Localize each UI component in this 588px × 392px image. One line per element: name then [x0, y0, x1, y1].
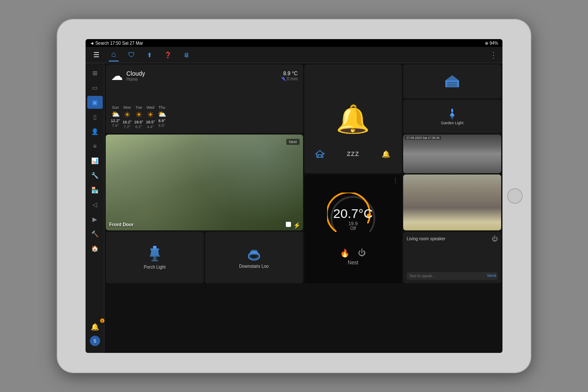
day-name-tue: Tue: [135, 105, 142, 110]
alarm-tile[interactable]: 🔔: [370, 135, 402, 173]
svg-rect-11: [153, 257, 156, 260]
day-high-wed: 18.5°: [146, 120, 155, 124]
weather-day-sun: Sun ⛅ 12.2° 7.6°: [111, 105, 120, 129]
day-low-mon: 7.2°: [124, 125, 131, 129]
weather-day-mon: Mon ☀ 16.2° 7.2°: [122, 105, 132, 129]
sidebar-item-wrench[interactable]: 🔧: [87, 169, 103, 182]
svg-rect-17: [249, 254, 259, 255]
ipad-screen: ◄ Search 17:50 Sat 27 Mar ⊕ 94% ☰ ⌂ 🛡 ⬆ …: [86, 39, 502, 353]
day-icon-sun: ⛅: [111, 110, 120, 118]
status-left-text: ◄ Search 17:50 Sat 27 Mar: [90, 41, 143, 46]
sidebar-item-home[interactable]: 🏠: [87, 242, 103, 255]
day-icon-wed: ☀: [147, 110, 154, 119]
app-grid: ☁ Cloudy Home 8.9 °C 🌂 0 mm Sun: [104, 63, 502, 353]
garden-light-icon: [446, 108, 458, 120]
svg-rect-1: [447, 82, 457, 83]
svg-rect-5: [450, 116, 454, 117]
camera2-tile[interactable]: [403, 175, 501, 230]
garage-icon: [444, 74, 460, 88]
sidebar-item-chart[interactable]: 📊: [87, 154, 103, 167]
weather-location: Home: [126, 77, 145, 82]
day-low-tue: 6.2°: [135, 125, 142, 129]
camera-stop-button[interactable]: [286, 222, 291, 227]
garage-tile[interactable]: [403, 64, 501, 98]
svg-rect-10: [150, 255, 160, 257]
sidebar-item-profile[interactable]: 👤: [87, 125, 103, 138]
downstairs-loo-tile[interactable]: Downstairs Loo: [205, 232, 303, 283]
home-button[interactable]: [507, 188, 523, 204]
speaker-label: Living room speaker: [407, 236, 445, 241]
garden-light-tile[interactable]: Garden Light: [403, 100, 501, 134]
sidebar-avatar[interactable]: S: [90, 336, 100, 346]
nest-flame-icon[interactable]: 🔥: [340, 248, 349, 258]
nav-question-icon[interactable]: ❓: [162, 50, 174, 60]
day-low-wed: 4.4°: [147, 125, 154, 129]
speaker-send-button[interactable]: Send: [487, 273, 496, 278]
action-row: ZZZ 🔔: [304, 135, 402, 173]
speaker-power-button[interactable]: ⏻: [492, 235, 498, 242]
notification-badge: 3: [100, 318, 104, 323]
sleep-text: ZZZ: [347, 150, 359, 157]
nest-display: 20.7°C 19.9 Off: [333, 206, 373, 230]
camera1-timestamp: 27-09-2023 Sat 17:06:34: [405, 136, 441, 140]
svg-rect-2: [447, 84, 457, 85]
nest-thermostat: 20.7°C 19.9 Off: [327, 193, 379, 244]
nav-upload-icon[interactable]: ⬆: [144, 50, 155, 60]
speaker-tts-input[interactable]: [407, 272, 498, 280]
sidebar-item-hammer[interactable]: 🔨: [87, 227, 103, 240]
weather-cloud-icon: ☁: [111, 69, 123, 83]
weather-day-thu: Thu ⛅ 8.9° 5.5°: [158, 105, 166, 129]
status-bar: ◄ Search 17:50 Sat 27 Mar ⊕ 94%: [86, 39, 502, 47]
nest-tile[interactable]: ⋮ 20.7°C 19.9 Off: [304, 175, 402, 283]
nav-monitor-icon[interactable]: 🖥: [181, 50, 192, 60]
nav-shield-icon[interactable]: 🛡: [126, 49, 138, 61]
home-away-tile[interactable]: [304, 135, 336, 173]
camera1-tile[interactable]: 27-09-2023 Sat 17:06:34: [403, 135, 501, 173]
weather-top: ☁ Cloudy Home 8.9 °C 🌂 0 mm: [111, 69, 298, 83]
sidebar-item-back[interactable]: ◁: [87, 198, 103, 211]
nav-dots-icon[interactable]: ⋮: [490, 50, 497, 60]
menu-icon[interactable]: ☰: [91, 49, 102, 61]
top-nav: ☰ ⌂ 🛡 ⬆ ❓ 🖥 ⋮: [86, 47, 502, 63]
weather-day-tue: Tue ☀ 18.6° 6.2°: [134, 105, 143, 129]
garden-light-label: Garden Light: [441, 121, 463, 125]
sidebar-item-list[interactable]: ≡: [87, 140, 103, 153]
svg-rect-16: [251, 250, 257, 251]
status-right-text: ⊕ 94%: [485, 41, 498, 46]
day-icon-tue: ☀: [135, 110, 142, 119]
sidebar-bottom: 🔔 3 S: [87, 320, 103, 349]
weather-day-wed: Wed ☀ 18.5° 4.4°: [146, 105, 155, 129]
sidebar: ⊞ ▭ ▣ ▯ 👤 ≡ 📊 🔧 🏪 ◁ ▶ 🔨 🏠 🔔 3 S: [86, 63, 104, 353]
day-low-sun: 7.6°: [112, 123, 119, 128]
camera1-feed: 27-09-2023 Sat 17:06:34: [403, 135, 501, 173]
camera-bolt-icon: ⚡: [293, 222, 300, 229]
weather-tile: ☁ Cloudy Home 8.9 °C 🌂 0 mm Sun: [106, 64, 303, 133]
nest-dots-icon[interactable]: ⋮: [392, 177, 398, 184]
sidebar-item-tablet2[interactable]: ▯: [87, 110, 103, 123]
weather-forecast: Sun ⛅ 12.2° 7.6° Mon ☀ 16.2° 7.2° Tu: [111, 105, 298, 129]
alarm-bell-icon: 🔔: [382, 150, 390, 158]
day-high-tue: 18.6°: [134, 120, 143, 124]
sidebar-item-tablet[interactable]: ▣: [87, 96, 103, 109]
porch-light-icon: [147, 246, 162, 262]
top-right-stack: Garden Light: [403, 64, 501, 133]
sidebar-bell-icon[interactable]: 🔔 3: [87, 320, 103, 333]
svg-rect-4: [451, 109, 453, 112]
porch-light-tile[interactable]: Porch Light: [106, 232, 204, 283]
day-name-sun: Sun: [112, 105, 119, 110]
day-name-thu: Thu: [159, 105, 165, 110]
nest-power-icon[interactable]: ⏻: [358, 248, 366, 257]
sidebar-item-rect[interactable]: ▭: [87, 81, 103, 94]
front-door-tile[interactable]: Nest Front Door ⚡: [106, 135, 303, 230]
status-left: ◄ Search 17:50 Sat 27 Mar: [90, 41, 143, 46]
nav-home-icon[interactable]: ⌂: [109, 48, 119, 61]
speaker-header: Living room speaker ⏻: [407, 235, 498, 242]
front-door-nest-badge: Nest: [286, 139, 300, 145]
speaker-tts-area: Send: [407, 271, 498, 280]
sidebar-item-grid[interactable]: ⊞: [87, 67, 103, 80]
svg-rect-6: [451, 117, 453, 119]
sidebar-item-store[interactable]: 🏪: [87, 184, 103, 196]
weather-condition: Cloudy: [126, 70, 145, 77]
sidebar-item-play[interactable]: ▶: [87, 213, 103, 226]
sleep-tile[interactable]: ZZZ: [337, 135, 369, 173]
